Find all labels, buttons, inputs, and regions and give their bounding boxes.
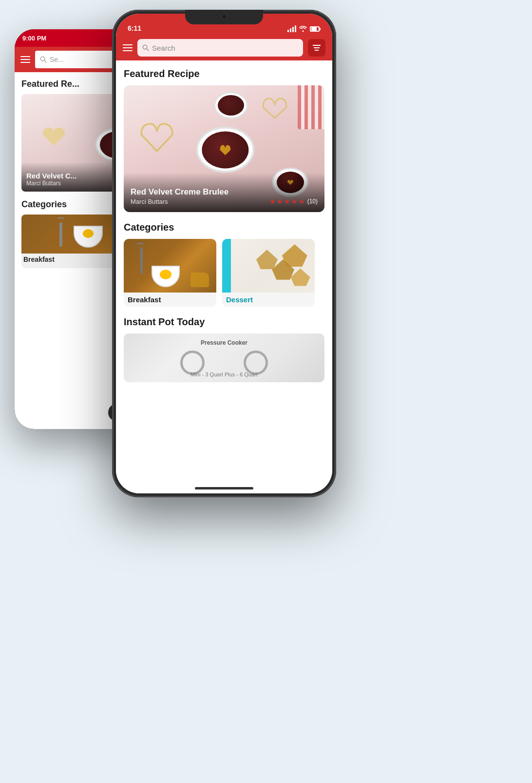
recipe-author: Marci Buttars bbox=[131, 198, 228, 205]
small-deco-heart bbox=[262, 96, 288, 120]
category-dessert[interactable]: Dessert bbox=[222, 239, 315, 307]
filter-icon bbox=[312, 44, 321, 51]
deco-heart-1 bbox=[40, 123, 67, 148]
svg-line-2 bbox=[44, 60, 46, 62]
main-pudding-bowl bbox=[196, 126, 254, 173]
instant-pot-section: Instant Pot Today Pressure Cooker Mini -… bbox=[124, 316, 324, 382]
star-2: ★ bbox=[277, 197, 283, 205]
top-pudding-bowl bbox=[214, 92, 248, 119]
dessert-category-image bbox=[222, 239, 315, 293]
iphone-time: 6:11 bbox=[128, 24, 141, 32]
featured-text-block: Red Velvet Creme Brulee Marci Buttars bbox=[131, 187, 228, 205]
iphone-battery-icon bbox=[310, 26, 321, 32]
instant-pot-section-title: Instant Pot Today bbox=[124, 316, 324, 328]
egg-yolk bbox=[83, 229, 94, 238]
rating-count: (10) bbox=[307, 198, 318, 205]
large-deco-heart bbox=[140, 121, 174, 153]
recipe-name: Red Velvet Creme Brulee bbox=[131, 187, 228, 197]
iphone-status-icons bbox=[287, 25, 321, 32]
android-time: 9:00 PM bbox=[22, 35, 46, 42]
dessert-label: Dessert bbox=[222, 293, 315, 307]
svg-point-3 bbox=[143, 45, 147, 49]
fork-icon bbox=[59, 222, 62, 247]
breakfast-bowl bbox=[74, 226, 103, 248]
fork-head bbox=[137, 243, 144, 252]
svg-point-1 bbox=[40, 57, 44, 60]
signal-bars-icon bbox=[287, 25, 296, 32]
cookie-4 bbox=[256, 250, 278, 269]
categories-section-title: Categories bbox=[124, 222, 324, 233]
filter-button[interactable] bbox=[308, 39, 325, 57]
star-5: ★ bbox=[299, 197, 305, 205]
star-4: ★ bbox=[291, 197, 298, 205]
egg-yolk bbox=[160, 270, 171, 279]
categories-section: Categories bbox=[124, 222, 324, 307]
categories-row: Breakfast bbox=[124, 239, 324, 307]
recipe-rating: ★ ★ ★ ★ ★ (10) bbox=[269, 197, 318, 205]
pudding-heart-icon bbox=[218, 144, 232, 156]
search-icon bbox=[40, 56, 47, 63]
iphone: 6:11 bbox=[112, 10, 336, 497]
iphone-search-placeholder: Search bbox=[152, 44, 175, 52]
iphone-app-bar: Search bbox=[116, 35, 332, 60]
iphone-search-icon bbox=[142, 44, 149, 51]
iphone-notch bbox=[185, 10, 263, 24]
svg-line-4 bbox=[147, 49, 149, 51]
category-breakfast[interactable]: Breakfast bbox=[124, 239, 216, 307]
egg-bowl bbox=[152, 266, 180, 287]
breakfast-food-image bbox=[124, 239, 216, 293]
pot-size-label: Mini - 3 Quart Plus - 6 Quart bbox=[190, 372, 258, 377]
wifi-icon bbox=[299, 25, 307, 32]
breakfast-category-image bbox=[124, 239, 216, 293]
featured-recipe-overlay: Red Velvet Creme Brulee Marci Buttars ★ … bbox=[124, 173, 324, 212]
menu-icon[interactable] bbox=[20, 56, 30, 63]
iphone-main-content: Featured Recipe bbox=[116, 60, 332, 493]
featured-recipe-title: Featured Recipe bbox=[124, 68, 324, 79]
iphone-menu-icon[interactable] bbox=[123, 44, 133, 51]
camera-dot bbox=[221, 14, 227, 20]
bread bbox=[190, 273, 209, 287]
cloth-deco bbox=[298, 85, 324, 129]
android-search-placeholder: Se... bbox=[50, 56, 64, 63]
dessert-food-image bbox=[222, 239, 315, 293]
teal-bar bbox=[222, 239, 231, 293]
breakfast-label: Breakfast bbox=[124, 293, 216, 307]
pressure-cooker-label: Pressure Cooker bbox=[201, 339, 247, 346]
iphone-search-box[interactable]: Search bbox=[137, 39, 303, 57]
star-1: ★ bbox=[269, 197, 276, 205]
instant-pot-image[interactable]: Pressure Cooker Mini - 3 Quart Plus - 6 … bbox=[124, 333, 324, 382]
star-3: ★ bbox=[284, 197, 290, 205]
featured-recipe-card[interactable]: Red Velvet Creme Brulee Marci Buttars ★ … bbox=[124, 85, 324, 212]
iphone-home-indicator bbox=[195, 487, 253, 489]
iphone-screen: 6:11 bbox=[116, 14, 332, 493]
